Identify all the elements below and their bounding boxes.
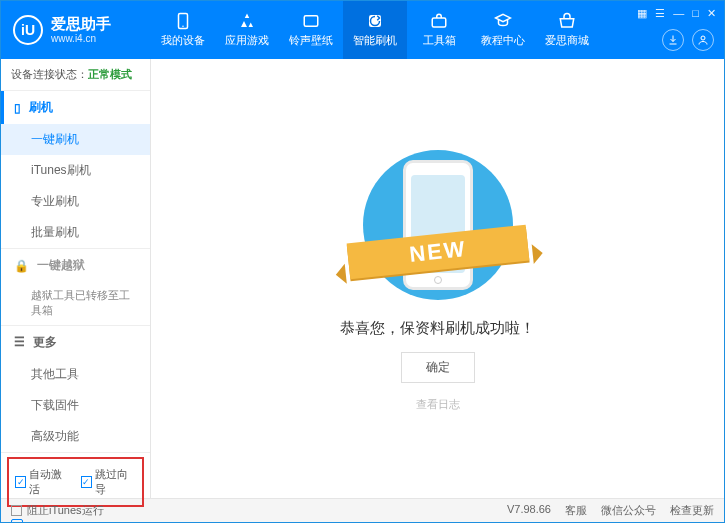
account-button[interactable] xyxy=(692,29,714,51)
menu-button[interactable]: ☰ xyxy=(655,7,665,20)
nav-label: 铃声壁纸 xyxy=(289,33,333,48)
sidebar-flash-group: ▯ 刷机 一键刷机 iTunes刷机 专业刷机 批量刷机 xyxy=(1,91,150,249)
nav-store[interactable]: 爱思商城 xyxy=(535,1,599,59)
more-icon: ☰ xyxy=(14,335,25,349)
check-update-link[interactable]: 检查更新 xyxy=(670,503,714,518)
store-icon xyxy=(558,12,576,30)
sidebar-head-jailbreak[interactable]: 🔒 一键越狱 xyxy=(1,249,150,282)
flash-icon xyxy=(366,12,384,30)
checkbox-label: 自动激活 xyxy=(29,467,70,497)
nav-label: 工具箱 xyxy=(423,33,456,48)
checkbox-icon: ✓ xyxy=(15,476,26,488)
app-url: www.i4.cn xyxy=(51,33,111,44)
nav-ringtones[interactable]: 铃声壁纸 xyxy=(279,1,343,59)
svg-point-1 xyxy=(182,26,184,28)
phone-icon xyxy=(11,519,23,523)
phone-icon xyxy=(174,12,192,30)
nav-label: 应用游戏 xyxy=(225,33,269,48)
lock-icon: 🔒 xyxy=(14,259,29,273)
jailbreak-note: 越狱工具已转移至工具箱 xyxy=(1,282,150,325)
checkbox-icon: ✓ xyxy=(81,476,92,488)
sidebar-item-advanced[interactable]: 高级功能 xyxy=(1,421,150,452)
footer-right: V7.98.66 客服 微信公众号 检查更新 xyxy=(507,503,714,518)
connection-status: 设备连接状态：正常模式 xyxy=(1,59,150,91)
nav-flash[interactable]: 智能刷机 xyxy=(343,1,407,59)
svg-rect-4 xyxy=(432,18,446,27)
checkbox-block-itunes[interactable] xyxy=(11,505,22,516)
checkbox-skip-guide[interactable]: ✓ 跳过向导 xyxy=(81,467,137,497)
device-icon: ▯ xyxy=(14,101,21,115)
svg-point-5 xyxy=(701,36,705,40)
svg-rect-2 xyxy=(304,16,318,27)
checkbox-label: 跳过向导 xyxy=(95,467,136,497)
app-body: 设备连接状态：正常模式 ▯ 刷机 一键刷机 iTunes刷机 专业刷机 批量刷机… xyxy=(1,59,724,498)
app-header: iU 爱思助手 www.i4.cn 我的设备 应用游戏 铃声壁纸 智能刷机 工具… xyxy=(1,1,724,59)
nav-label: 教程中心 xyxy=(481,33,525,48)
checkbox-auto-activate[interactable]: ✓ 自动激活 xyxy=(15,467,71,497)
toolbox-icon xyxy=(430,12,448,30)
status-label: 设备连接状态： xyxy=(11,68,88,80)
close-button[interactable]: ✕ xyxy=(707,7,716,20)
block-itunes-label: 阻止iTunes运行 xyxy=(27,503,104,518)
sidebar-jailbreak-group: 🔒 一键越狱 越狱工具已转移至工具箱 xyxy=(1,249,150,326)
wechat-link[interactable]: 微信公众号 xyxy=(601,503,656,518)
tutorial-icon xyxy=(494,12,512,30)
wallpaper-icon xyxy=(302,12,320,30)
nav-apps[interactable]: 应用游戏 xyxy=(215,1,279,59)
app-title: 爱思助手 xyxy=(51,16,111,33)
sidebar-head-label: 刷机 xyxy=(29,99,53,116)
nav-tutorials[interactable]: 教程中心 xyxy=(471,1,535,59)
sidebar-head-label: 一键越狱 xyxy=(37,257,85,274)
sidebar-head-label: 更多 xyxy=(33,334,57,351)
confirm-button[interactable]: 确定 xyxy=(401,352,475,383)
header-circle-buttons xyxy=(662,29,714,51)
logo-text: 爱思助手 www.i4.cn xyxy=(51,16,111,44)
sidebar-head-flash[interactable]: ▯ 刷机 xyxy=(1,91,150,124)
version-label: V7.98.66 xyxy=(507,503,551,518)
logo-area: iU 爱思助手 www.i4.cn xyxy=(1,15,151,45)
sidebar: 设备连接状态：正常模式 ▯ 刷机 一键刷机 iTunes刷机 专业刷机 批量刷机… xyxy=(1,59,151,498)
sidebar-item-batch-flash[interactable]: 批量刷机 xyxy=(1,217,150,248)
footer-left: 阻止iTunes运行 xyxy=(11,503,104,518)
app-logo-icon: iU xyxy=(13,15,43,45)
sidebar-head-more[interactable]: ☰ 更多 xyxy=(1,326,150,359)
sidebar-item-itunes-flash[interactable]: iTunes刷机 xyxy=(1,155,150,186)
nav-label: 爱思商城 xyxy=(545,33,589,48)
success-message: 恭喜您，保资料刷机成功啦！ xyxy=(340,319,535,338)
sidebar-item-pro-flash[interactable]: 专业刷机 xyxy=(1,186,150,217)
sidebar-item-oneclick-flash[interactable]: 一键刷机 xyxy=(1,124,150,155)
sidebar-item-download-firmware[interactable]: 下载固件 xyxy=(1,390,150,421)
minimize-button[interactable]: — xyxy=(673,7,684,20)
view-log-link[interactable]: 查看日志 xyxy=(416,397,460,412)
maximize-button[interactable]: □ xyxy=(692,7,699,20)
window-controls: ▦ ☰ — □ ✕ xyxy=(637,7,716,20)
nav-label: 我的设备 xyxy=(161,33,205,48)
status-value: 正常模式 xyxy=(88,68,132,80)
sidebar-more-group: ☰ 更多 其他工具 下载固件 高级功能 xyxy=(1,326,150,453)
main-content: NEW 恭喜您，保资料刷机成功啦！ 确定 查看日志 xyxy=(151,59,724,498)
sidebar-item-other-tools[interactable]: 其他工具 xyxy=(1,359,150,390)
nav-toolbox[interactable]: 工具箱 xyxy=(407,1,471,59)
customer-service-link[interactable]: 客服 xyxy=(565,503,587,518)
checkbox-options: ✓ 自动激活 ✓ 跳过向导 xyxy=(7,457,144,507)
success-illustration: NEW xyxy=(338,145,538,305)
download-button[interactable] xyxy=(662,29,684,51)
nav-label: 智能刷机 xyxy=(353,33,397,48)
skin-button[interactable]: ▦ xyxy=(637,7,647,20)
apps-icon xyxy=(238,12,256,30)
nav-my-device[interactable]: 我的设备 xyxy=(151,1,215,59)
